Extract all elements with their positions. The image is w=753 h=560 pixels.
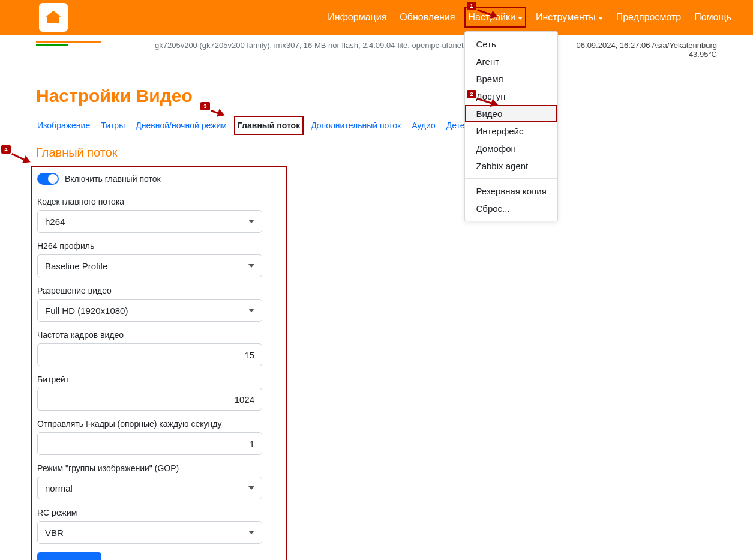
settings-dropdown: Сеть Агент Время Доступ Видео Интерфейс … [464,31,557,221]
chevron-down-icon [248,220,254,223]
profile-select[interactable]: Baseline Profile [37,254,262,277]
fps-label: Частота кадров видео [37,330,281,340]
dropdown-video[interactable]: Видео [465,105,557,122]
iframe-input[interactable]: 1 [37,432,262,455]
codec-select[interactable]: h264 [37,210,262,233]
dropdown-interface[interactable]: Интерфейс [465,122,557,140]
rc-select[interactable]: VBR [37,521,262,544]
chevron-down-icon [518,17,523,20]
tab-substream[interactable]: Дополнительный поток [310,118,402,133]
datetime-info: 06.09.2024, 16:27:06 Asia/Yekaterinburg … [577,41,717,59]
tab-image[interactable]: Изображение [36,118,91,133]
tab-titles[interactable]: Титры [100,118,126,133]
dropdown-agent[interactable]: Агент [465,53,557,70]
nav-preview[interactable]: Предпросмотр [613,7,685,28]
resolution-select[interactable]: Full HD (1920x1080) [37,299,262,322]
iframe-label: Отправлять I-кадры (опорные) каждую секу… [37,419,281,429]
nav-updates[interactable]: Обновления [396,7,458,28]
rc-label: RC режим [37,508,281,517]
tab-audio[interactable]: Аудио [410,118,437,133]
codec-label: Кодек главного потока [37,197,281,206]
tab-mainstream[interactable]: Главный поток [236,118,301,133]
dropdown-divider [465,178,557,179]
dropdown-time[interactable]: Время [465,70,557,88]
form-main-stream: Включить главный поток Кодек главного по… [36,170,282,560]
annotation-badge-1: 1 [467,2,476,10]
chevron-down-icon [248,531,254,534]
annotation-badge-2: 2 [467,90,476,98]
chevron-down-icon [248,486,254,490]
profile-label: H264 профиль [37,241,281,251]
logo[interactable] [39,3,68,32]
dropdown-reset[interactable]: Сброс... [465,200,557,217]
chevron-down-icon [248,309,254,312]
tab-daynight[interactable]: Дневной/ночной режим [134,118,228,133]
enable-main-stream-label: Включить главный поток [65,174,161,184]
top-navbar: Информация Обновления Настройки Сеть Аге… [0,0,753,35]
dropdown-network[interactable]: Сеть [465,35,557,53]
info-bar: gk7205v200 (gk7205v200 family), imx307, … [0,35,753,59]
fps-input[interactable]: 15 [37,343,262,366]
section-title: Главный поток [36,146,717,160]
chevron-down-icon [248,264,254,268]
nav-info[interactable]: Информация [324,7,390,28]
resolution-label: Разрешение видео [37,286,281,295]
dropdown-zabbix[interactable]: Zabbix agent [465,157,557,175]
annotation-badge-3: 3 [200,102,210,110]
bitrate-input[interactable]: 1024 [37,388,262,411]
page-body: Настройки Видео Изображение Титры Дневно… [0,59,753,560]
enable-main-stream-toggle[interactable] [37,173,59,185]
nav-help[interactable]: Помощь [691,7,735,28]
dropdown-intercom[interactable]: Домофон [465,140,557,157]
gop-select[interactable]: normal [37,477,262,499]
dropdown-backup[interactable]: Резервная копия [465,182,557,200]
sub-tabs: Изображение Титры Дневной/ночной режим Г… [36,118,717,133]
save-button[interactable]: Сохранить [37,552,101,560]
nav-links: Информация Обновления Настройки Сеть Аге… [324,7,741,28]
nav-tools[interactable]: Инструменты [532,7,607,28]
home-power-icon [44,8,62,26]
chevron-down-icon [598,17,603,20]
resource-bars [36,41,144,48]
bitrate-label: Битрейт [37,375,281,384]
gop-label: Режим "группы изображении" (GOP) [37,463,281,473]
annotation-badge-4: 4 [1,145,11,154]
page-title: Настройки Видео [36,86,717,106]
